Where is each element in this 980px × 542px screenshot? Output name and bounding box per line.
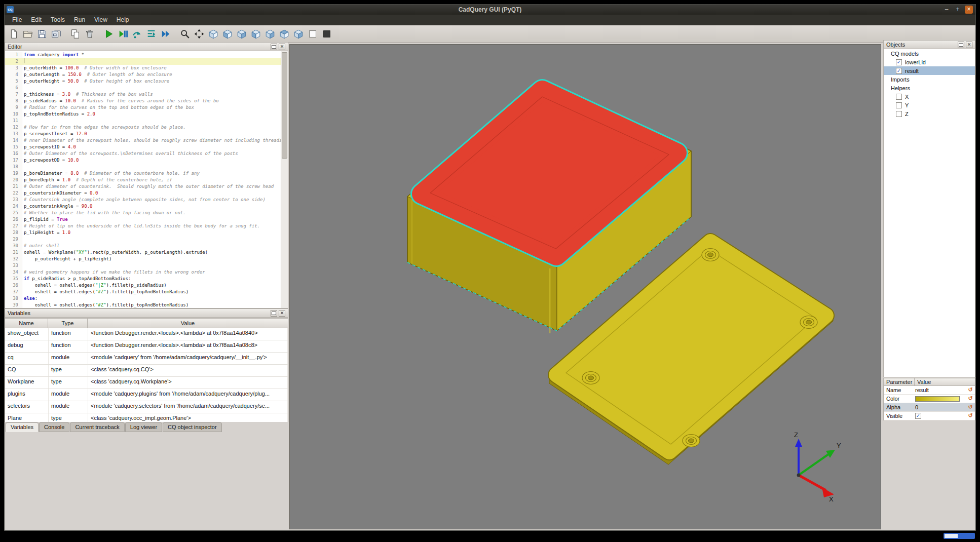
variable-cell: module bbox=[49, 401, 88, 413]
editor-scrollbar[interactable] bbox=[281, 51, 288, 308]
debug-button[interactable] bbox=[116, 27, 130, 41]
editor-float-button[interactable] bbox=[271, 44, 277, 50]
variables-float-button[interactable] bbox=[271, 310, 277, 317]
variables-close-button[interactable]: ✕ bbox=[279, 310, 285, 317]
parameter-label: Alpha bbox=[884, 404, 915, 410]
parameter-row-visible[interactable]: Visible↺ bbox=[884, 412, 975, 420]
tab-console[interactable]: Console bbox=[39, 422, 69, 432]
parameter-row-name[interactable]: Nameresult↺ bbox=[884, 386, 975, 395]
variable-row[interactable]: pluginsmodule<module 'cadquery.plugins' … bbox=[5, 389, 288, 401]
parameter-column-value[interactable]: Value bbox=[915, 378, 975, 386]
line-number: 33 bbox=[5, 262, 22, 269]
save-button[interactable] bbox=[35, 27, 49, 41]
tab-cq-object-inspector[interactable]: CQ object inspector bbox=[163, 422, 222, 432]
menu-run[interactable]: Run bbox=[69, 15, 90, 25]
menu-file[interactable]: File bbox=[8, 15, 26, 25]
open-file-button[interactable] bbox=[21, 27, 35, 41]
line-number: 26 bbox=[5, 216, 22, 223]
line-number: 22 bbox=[5, 190, 22, 197]
parameter-label: Visible bbox=[884, 413, 915, 419]
tab-log-viewer[interactable]: Log viewer bbox=[125, 422, 162, 432]
save-as-button[interactable] bbox=[49, 27, 63, 41]
tree-item-lowerlid[interactable]: lowerLid bbox=[884, 58, 975, 66]
variables-column-value[interactable]: Value bbox=[88, 318, 288, 328]
variable-cell: Plane bbox=[5, 413, 49, 422]
step-into-button[interactable] bbox=[144, 27, 159, 41]
variable-row[interactable]: debugfunction<function Debugger.render.<… bbox=[5, 340, 288, 353]
run-icon bbox=[103, 28, 115, 40]
checked-checkbox[interactable] bbox=[896, 68, 902, 74]
menu-view[interactable]: View bbox=[90, 15, 112, 25]
variable-row[interactable]: show_objectfunction<function Debugger.re… bbox=[5, 328, 288, 340]
view-left-button[interactable] bbox=[249, 27, 263, 41]
parameter-label: Name bbox=[884, 387, 915, 393]
color-swatch[interactable] bbox=[915, 396, 960, 402]
tree-item-label: Imports bbox=[891, 76, 910, 83]
tree-item-result[interactable]: result bbox=[884, 66, 975, 75]
view-bottom-button[interactable] bbox=[291, 27, 306, 41]
objects-float-button[interactable] bbox=[958, 42, 964, 48]
tree-item-cq-models[interactable]: CQ models bbox=[884, 49, 975, 58]
tab-variables[interactable]: Variables bbox=[6, 422, 39, 432]
tree-item-z[interactable]: Z bbox=[884, 109, 975, 118]
menu-tools[interactable]: Tools bbox=[46, 15, 69, 25]
variables-column-type[interactable]: Type bbox=[48, 318, 88, 328]
reset-name-button[interactable]: ↺ bbox=[967, 386, 974, 394]
titlebar: cq CadQuery GUI (PyQT) – + × bbox=[5, 5, 975, 15]
shaded-button[interactable] bbox=[320, 27, 334, 41]
unchecked-checkbox[interactable] bbox=[896, 94, 902, 100]
tree-item-imports[interactable]: Imports bbox=[884, 75, 975, 84]
view-iso-button[interactable] bbox=[206, 27, 220, 41]
close-button[interactable]: × bbox=[965, 6, 973, 14]
minimize-button[interactable]: – bbox=[943, 6, 951, 14]
menu-help[interactable]: Help bbox=[112, 15, 134, 25]
wireframe-button[interactable] bbox=[306, 27, 320, 41]
menu-edit[interactable]: Edit bbox=[26, 15, 46, 25]
zoom-button[interactable] bbox=[178, 27, 192, 41]
reset-color-button[interactable]: ↺ bbox=[967, 395, 974, 402]
tree-item-x[interactable]: X bbox=[884, 92, 975, 101]
scrollbar-thumb[interactable] bbox=[282, 52, 287, 159]
code-editor[interactable]: 1from cadquery import *23p_outerWidth = … bbox=[5, 51, 288, 308]
variable-cell: <class 'cadquery.occ_impl.geom.Plane'> bbox=[88, 413, 288, 422]
reset-alpha-button[interactable]: ↺ bbox=[967, 403, 974, 411]
parameter-row-alpha[interactable]: Alpha0↺ bbox=[884, 403, 975, 412]
continue-button[interactable] bbox=[159, 27, 173, 41]
variable-cell: selectors bbox=[5, 401, 49, 413]
parameter-row-color[interactable]: Color↺ bbox=[884, 395, 975, 403]
checked-checkbox[interactable] bbox=[896, 59, 902, 65]
step-over-button[interactable] bbox=[130, 27, 144, 41]
new-file-button[interactable] bbox=[7, 27, 21, 41]
variable-row[interactable]: Planetype<class 'cadquery.occ_impl.geom.… bbox=[5, 413, 288, 422]
line-number: 20 bbox=[5, 177, 22, 183]
reset-visible-button[interactable]: ↺ bbox=[967, 412, 974, 419]
code-line: 8p_sideRadius = 10.0 # Radius for the cu… bbox=[5, 98, 281, 104]
fit-view-button[interactable] bbox=[192, 27, 206, 41]
unchecked-checkbox[interactable] bbox=[896, 111, 902, 117]
variables-column-name[interactable]: Name bbox=[5, 318, 48, 328]
view-right-button[interactable] bbox=[263, 27, 277, 41]
variable-row[interactable]: Workplanetype<class 'cadquery.cq.Workpla… bbox=[5, 377, 288, 389]
maximize-button[interactable]: + bbox=[954, 6, 962, 14]
tab-current-traceback[interactable]: Current traceback bbox=[70, 422, 124, 432]
editor-close-button[interactable]: ✕ bbox=[279, 44, 285, 50]
variable-row[interactable]: cqmodule<module 'cadquery' from '/home/a… bbox=[5, 353, 288, 365]
view-top-button[interactable] bbox=[277, 27, 291, 41]
objects-close-button[interactable]: ✕ bbox=[966, 42, 972, 48]
code-line: 39 oshell = oshell.edges("#Z").fillet(p_… bbox=[5, 302, 281, 308]
parameter-column-parameter[interactable]: Parameter bbox=[883, 378, 915, 386]
checked-checkbox[interactable] bbox=[915, 413, 921, 419]
delete-button[interactable] bbox=[83, 27, 97, 41]
copy-button[interactable] bbox=[68, 27, 83, 41]
run-script-button[interactable] bbox=[102, 27, 116, 41]
view-back-button[interactable] bbox=[235, 27, 249, 41]
variable-row[interactable]: CQtype<class 'cadquery.cq.CQ'> bbox=[5, 365, 288, 377]
variable-row[interactable]: selectorsmodule<module 'cadquery.selecto… bbox=[5, 401, 288, 413]
tree-item-helpers[interactable]: Helpers bbox=[884, 84, 975, 92]
3d-viewport[interactable]: Z Y X bbox=[289, 44, 881, 529]
unchecked-checkbox[interactable] bbox=[896, 102, 902, 108]
trash-icon bbox=[84, 28, 95, 40]
tree-item-y[interactable]: Y bbox=[884, 101, 975, 109]
code-line: 12# How far in from the edges the screwp… bbox=[5, 124, 281, 131]
view-front-button[interactable] bbox=[220, 27, 235, 41]
